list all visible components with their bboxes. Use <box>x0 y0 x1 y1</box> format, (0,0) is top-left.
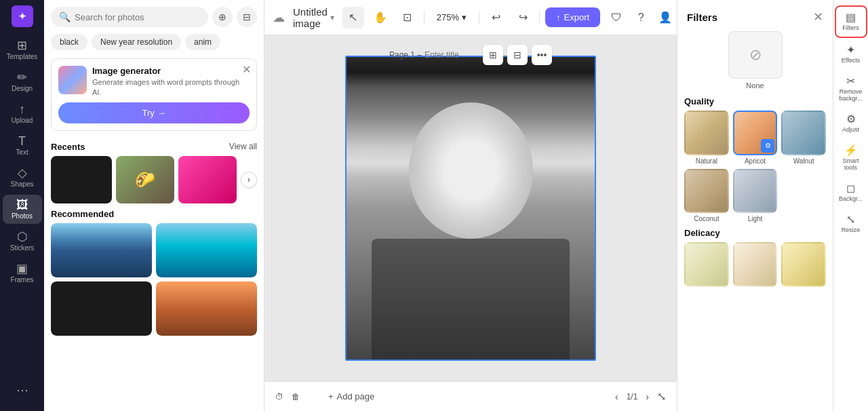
filter-delicacy-3[interactable] <box>781 242 826 287</box>
right-tool-filters[interactable]: ▤ Filters <box>835 5 867 38</box>
page-count: 1/1 <box>627 392 638 402</box>
prev-page-button[interactable]: ‹ <box>612 389 621 405</box>
tags-row: black New year resolution anim <box>44 31 264 56</box>
filter-apricot[interactable]: ⚙ Apricot <box>733 111 778 165</box>
filter-light[interactable]: Light <box>733 169 778 223</box>
right-tool-effects[interactable]: ✦ Effects <box>835 39 867 69</box>
account-icon: 👤 <box>658 11 672 24</box>
ellipsis-icon: ••• <box>537 50 547 60</box>
right-tool-resize[interactable]: ⤡ Resize <box>835 209 867 239</box>
canvas-image[interactable] <box>345 56 596 361</box>
select-tool-button[interactable]: ↖ <box>342 7 364 28</box>
image-generator-top: Image generator Generate images with wor… <box>58 66 250 98</box>
tag-newyear[interactable]: New year resolution <box>92 34 181 50</box>
account-button[interactable]: 👤 <box>654 7 676 28</box>
recommended-photo-ocean[interactable] <box>156 223 257 277</box>
remove-bg-icon: ✂ <box>846 76 855 87</box>
timer-button[interactable]: ⏱ <box>275 392 283 402</box>
undo-button[interactable]: ↩ <box>485 7 507 28</box>
delete-button[interactable]: 🗑 <box>292 392 300 402</box>
tag-black[interactable]: black <box>51 34 87 50</box>
page-title-input[interactable] <box>425 50 479 60</box>
help-button[interactable]: ? <box>630 7 652 28</box>
recommended-section-header: Recommended <box>51 203 257 223</box>
next-page-button[interactable]: › <box>643 389 652 405</box>
filter-natural[interactable]: Natural <box>684 111 729 165</box>
zoom-level: 275% <box>437 12 459 22</box>
document-chevron-icon[interactable]: ▾ <box>330 13 334 22</box>
sidebar-item-photos[interactable]: 🖼 Photos <box>3 195 42 224</box>
recent-photo-3[interactable] <box>178 156 237 203</box>
grid-view-button[interactable]: ⊟ <box>507 45 528 65</box>
apricot-thumbnail: ⚙ <box>733 111 778 155</box>
tag-anim[interactable]: anim <box>185 34 220 50</box>
page-nav: ‹ 1/1 › ⤡ <box>612 389 666 405</box>
search-input-wrap[interactable]: 🔍 <box>51 7 208 27</box>
present-button[interactable]: ⤡ <box>657 390 666 403</box>
search-input[interactable] <box>75 12 200 22</box>
filters-close-button[interactable]: ✕ <box>813 9 823 24</box>
right-tool-remove-bg[interactable]: ✂ Remove backgr... <box>835 71 867 107</box>
add-page-button[interactable]: + Add page <box>328 391 374 402</box>
sidebar-item-label: Photos <box>12 212 33 220</box>
delicacy2-thumbnail <box>733 242 778 287</box>
sidebar-item-design[interactable]: ✏ Design <box>3 67 42 96</box>
hand-tool-button[interactable]: ✋ <box>370 7 391 28</box>
fit-to-page-button[interactable]: ⊞ <box>483 45 503 65</box>
resize-label: Resize <box>842 227 861 233</box>
export-label: Export <box>564 12 590 22</box>
cursor-icon: ↖ <box>349 11 357 24</box>
recent-photo-1[interactable] <box>51 156 112 203</box>
sidebar-item-templates[interactable]: ⊞ Templates <box>3 35 42 64</box>
recommended-photo-skyline[interactable] <box>156 281 257 336</box>
try-button[interactable]: Try → <box>58 102 250 123</box>
shield-button[interactable]: 🛡 <box>606 7 627 28</box>
chevron-down-icon: ⋯ <box>16 384 28 396</box>
ai-search-button[interactable]: ⊕ <box>212 7 233 27</box>
right-tool-smart[interactable]: ⚡ Smart tools <box>835 140 867 176</box>
filter-delicacy-1[interactable] <box>684 242 729 287</box>
sidebar-item-shapes[interactable]: ◇ Shapes <box>3 163 42 192</box>
recommended-photo-dark[interactable] <box>51 281 152 336</box>
filter-delicacy-2[interactable] <box>733 242 778 287</box>
right-tool-adjust[interactable]: ⚙ Adjust <box>835 109 867 138</box>
sidebar-item-frames[interactable]: ▣ Frames <box>3 258 42 288</box>
filter-none-card[interactable]: ⊘ <box>728 31 783 79</box>
light-label: Light <box>748 215 763 222</box>
recents-next-button[interactable]: › <box>241 172 257 188</box>
more-options-button[interactable]: ••• <box>532 45 552 65</box>
filter-walnut[interactable]: Walnut <box>781 111 826 165</box>
view-toggle-button[interactable]: ⊡ <box>397 7 418 28</box>
recent-photo-2[interactable]: 🌮 <box>116 156 174 203</box>
coconut-label: Coconut <box>694 215 719 222</box>
sidebar-item-upload[interactable]: ↑ Upload <box>3 99 42 128</box>
export-button[interactable]: ↑ Export <box>545 7 600 27</box>
ai-icon: ⊕ <box>218 12 226 22</box>
document-title-wrap: Untitled image ▾ <box>293 6 334 29</box>
sidebar-item-label: Design <box>12 85 33 92</box>
timer-icon: ⏱ <box>275 392 283 402</box>
main-area: ☁ Untitled image ▾ ↖ ✋ ⊡ 275% ▾ ↩ <box>264 0 677 411</box>
recommended-photo-city[interactable] <box>51 223 152 277</box>
redo-button[interactable]: ↪ <box>512 7 534 28</box>
sidebar-more-button[interactable]: ⋯ <box>3 380 42 400</box>
sidebar-item-stickers[interactable]: ⬡ Stickers <box>3 227 42 256</box>
trash-icon: 🗑 <box>292 392 300 402</box>
zoom-button[interactable]: 275% ▾ <box>430 9 473 25</box>
filters-title: Filters <box>687 12 717 23</box>
coconut-thumbnail <box>684 169 729 214</box>
filter-button[interactable]: ⊟ <box>237 7 257 27</box>
sidebar-item-text[interactable]: T Text <box>3 131 42 160</box>
view-all-button[interactable]: View all <box>229 142 257 151</box>
recents-grid: 🌮 › <box>51 156 257 203</box>
fit-icon: ⊞ <box>489 50 497 60</box>
right-tools-panel: ▤ Filters ✦ Effects ✂ Remove backgr... ⚙… <box>833 0 868 411</box>
light-thumbnail <box>733 169 778 214</box>
photos-icon: 🖼 <box>16 199 28 211</box>
view-icon: ⊡ <box>403 11 412 24</box>
image-generator-close-button[interactable]: ✕ <box>242 64 251 75</box>
filter-coconut[interactable]: Coconut <box>684 169 729 223</box>
image-generator-thumbnail <box>58 66 87 94</box>
canvas-wrap[interactable]: Page 1 – ⊞ ⊟ ••• <box>264 35 677 381</box>
right-tool-background[interactable]: ◻ Backgr... <box>835 178 867 208</box>
